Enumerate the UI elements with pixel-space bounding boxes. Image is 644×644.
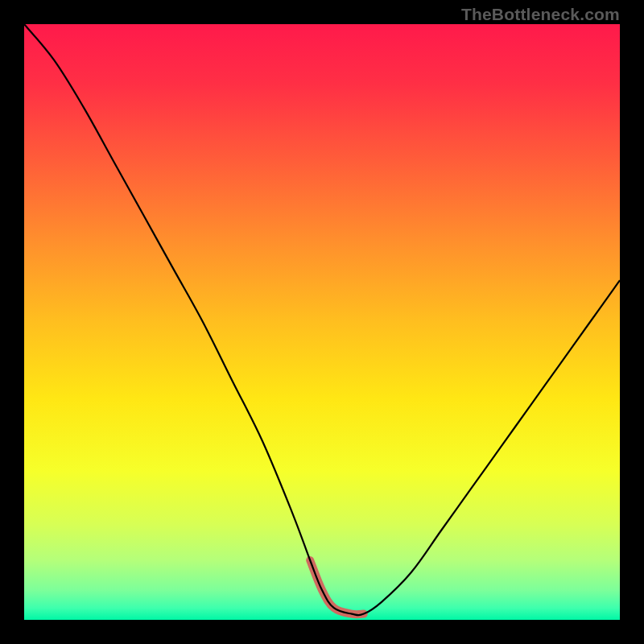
chart-frame: TheBottleneck.com — [0, 0, 644, 644]
highlight-segment — [310, 560, 364, 614]
curve-layer — [24, 24, 620, 620]
bottleneck-curve — [24, 24, 620, 615]
plot-area — [24, 24, 620, 620]
watermark-text: TheBottleneck.com — [461, 5, 620, 24]
